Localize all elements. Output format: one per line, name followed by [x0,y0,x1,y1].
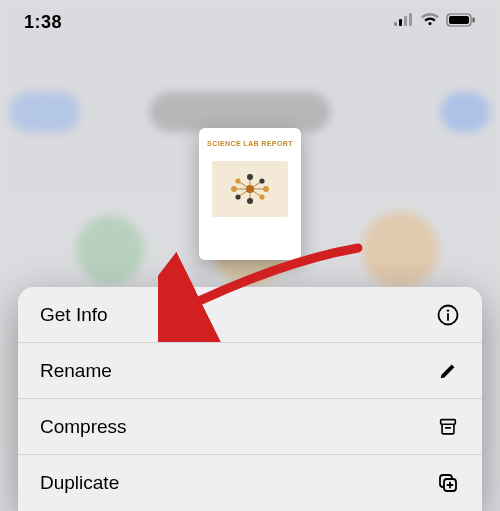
pencil-icon [436,359,460,383]
svg-rect-6 [473,18,475,23]
svg-rect-0 [394,22,397,26]
menu-item-label: Get Info [40,304,108,326]
svg-rect-2 [404,16,407,26]
menu-item-compress[interactable]: Compress [18,399,482,455]
blurred-pill [10,92,80,132]
svg-point-16 [235,178,240,183]
svg-point-14 [231,186,237,192]
svg-point-18 [235,194,240,199]
svg-rect-5 [449,16,469,24]
plus-on-square-icon [436,471,460,495]
svg-point-12 [247,174,253,180]
svg-point-11 [246,185,254,193]
ios-files-context-screen: 1:38 [0,0,500,511]
file-thumbnail[interactable]: SCIENCE LAB REPORT [199,128,301,260]
thumbnail-subtitle [250,149,251,153]
battery-icon [446,13,476,31]
menu-item-duplicate[interactable]: Duplicate [18,455,482,511]
thumbnail-footer [250,233,251,237]
svg-rect-3 [409,13,412,26]
svg-rect-23 [441,419,456,424]
svg-point-13 [247,198,253,204]
menu-item-label: Duplicate [40,472,119,494]
info-circle-icon [436,303,460,327]
menu-item-rename[interactable]: Rename [18,343,482,399]
svg-rect-1 [399,19,402,26]
wifi-icon [420,13,440,31]
status-time: 1:38 [24,12,62,33]
archivebox-icon [436,415,460,439]
svg-point-22 [447,309,449,311]
menu-item-label: Compress [40,416,127,438]
svg-point-17 [259,178,264,183]
thumbnail-title: SCIENCE LAB REPORT [207,140,293,147]
context-menu: Get Info Rename Compress [18,287,482,511]
menu-item-get-info[interactable]: Get Info [18,287,482,343]
menu-item-label: Rename [40,360,112,382]
svg-point-15 [263,186,269,192]
cellular-icon [394,13,414,31]
thumbnail-graphic [212,161,288,217]
thumbnail-byline [249,225,250,231]
svg-point-19 [259,194,264,199]
blurred-pill [440,92,490,132]
blurred-pill [150,92,330,132]
status-bar: 1:38 [0,0,500,44]
status-indicators [394,13,476,31]
